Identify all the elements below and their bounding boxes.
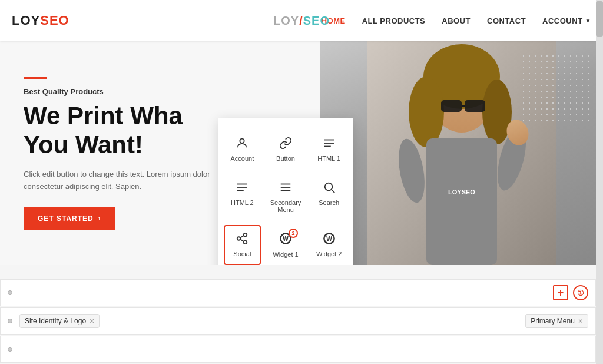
- svg-point-3: [409, 77, 444, 147]
- secondary-menu-icon: [279, 181, 292, 196]
- logo-accent: SEO: [40, 13, 69, 28]
- svg-line-28: [240, 239, 244, 241]
- html2-icon: [236, 181, 249, 196]
- button-icon: [279, 137, 292, 151]
- site-identity-close[interactable]: ×: [90, 317, 94, 325]
- header: LOYSEO LOY/SEO HOME ALL PRODUCTS ABOUT C…: [0, 0, 603, 41]
- widget-picker-dropdown: Account Button HTML 1 HTML 2 Second: [218, 118, 353, 265]
- dropdown-html2-label: HTML 2: [231, 199, 254, 206]
- site-identity-tag[interactable]: Site Identity & Logo ×: [19, 314, 100, 328]
- svg-text:W: W: [326, 236, 332, 242]
- svg-rect-6: [465, 100, 485, 112]
- hero-content: Best Quality Products We Print Wha You W…: [0, 53, 247, 253]
- hero-image: LOYSEO: [320, 41, 603, 265]
- dropdown-item-html2[interactable]: HTML 2: [224, 174, 261, 220]
- nav-contact[interactable]: CONTACT: [487, 16, 526, 25]
- hero-description: Click edit button to change this text. L…: [24, 168, 224, 193]
- dropdown-item-widget2[interactable]: W Widget 2: [310, 225, 347, 265]
- svg-text:W: W: [283, 236, 289, 242]
- dot-pattern-decoration: [521, 53, 591, 124]
- arrow-right-icon: ›: [98, 214, 101, 223]
- nav-all-products[interactable]: ALL PRODUCTS: [362, 16, 426, 25]
- scrollbar[interactable]: [596, 0, 603, 364]
- svg-text:LOYSEO: LOYSEO: [448, 188, 475, 196]
- dropdown-item-html1[interactable]: HTML 1: [310, 130, 347, 169]
- account-icon: [236, 137, 249, 151]
- bar-dot-2: [8, 319, 12, 323]
- widget2-icon: W: [323, 232, 336, 247]
- dropdown-secondary-menu-label: Secondary Menu: [270, 199, 302, 213]
- dropdown-item-social[interactable]: Social: [224, 225, 261, 265]
- html1-icon: [323, 137, 336, 151]
- svg-rect-8: [426, 138, 497, 265]
- hero-title: We Print Wha You Want!: [24, 102, 224, 159]
- center-logo-teal: SEO: [303, 14, 330, 27]
- svg-point-13: [240, 139, 244, 143]
- primary-menu-close[interactable]: ×: [578, 317, 583, 325]
- hero-accent-bar: [24, 77, 47, 79]
- social-share-icon: [236, 232, 249, 247]
- dropdown-social-label: Social: [233, 250, 251, 257]
- dropdown-widget2-label: Widget 2: [316, 250, 342, 257]
- dropdown-item-search[interactable]: Search: [310, 174, 347, 220]
- bar-row2-right: Primary Menu ×: [525, 314, 588, 328]
- bar-row-1: + ①: [0, 279, 596, 306]
- bar-row1-right: + ①: [553, 285, 588, 300]
- hero-subtitle: Best Quality Products: [24, 87, 224, 96]
- search-icon: [323, 181, 336, 196]
- widget-count-circle: ①: [573, 285, 588, 300]
- svg-point-27: [244, 241, 247, 244]
- bottom-bars: + ① Site Identity & Logo × Primary Menu …: [0, 279, 596, 364]
- bar-dot-3: [8, 347, 12, 352]
- svg-point-23: [324, 183, 332, 191]
- dropdown-button-label: Button: [276, 155, 295, 162]
- dropdown-item-secondary-menu[interactable]: Secondary Menu: [266, 174, 306, 220]
- widget1-badge: 2: [289, 229, 298, 238]
- svg-point-26: [237, 237, 241, 240]
- bar-row-3: [0, 336, 596, 363]
- hero-person-image: LOYSEO: [320, 41, 603, 265]
- svg-point-25: [244, 233, 247, 237]
- hero-section: Best Quality Products We Print Wha You W…: [0, 41, 603, 265]
- main-nav: HOME ALL PRODUCTS ABOUT CONTACT ACCOUNT …: [322, 16, 591, 25]
- bar-row-2: Site Identity & Logo × Primary Menu ×: [0, 307, 596, 335]
- dropdown-html1-label: HTML 1: [317, 155, 340, 162]
- svg-rect-5: [441, 100, 462, 112]
- svg-line-24: [332, 190, 334, 193]
- dropdown-account-label: Account: [230, 155, 254, 162]
- dropdown-item-account[interactable]: Account: [224, 130, 261, 169]
- svg-line-29: [240, 236, 244, 238]
- header-logo: LOYSEO: [12, 13, 69, 28]
- nav-about[interactable]: ABOUT: [442, 16, 471, 25]
- scrollbar-thumb[interactable]: [596, 1, 603, 37]
- add-widget-button[interactable]: +: [553, 285, 568, 300]
- chevron-down-icon: ▼: [585, 18, 591, 24]
- header-center: LOY/SEO: [273, 14, 330, 28]
- nav-account[interactable]: ACCOUNT ▼: [542, 16, 591, 25]
- center-logo: LOY/SEO: [273, 14, 330, 28]
- dropdown-widget1-label: Widget 1: [273, 251, 298, 258]
- get-started-button[interactable]: GET STARTED ›: [24, 207, 115, 230]
- dropdown-search-label: Search: [319, 199, 339, 206]
- dropdown-item-button[interactable]: Button: [266, 130, 306, 169]
- bar-dot-1: [8, 290, 12, 295]
- dropdown-item-widget1[interactable]: W 2 Widget 1: [266, 225, 306, 265]
- account-label: ACCOUNT: [542, 16, 583, 25]
- primary-menu-tag[interactable]: Primary Menu ×: [525, 314, 588, 328]
